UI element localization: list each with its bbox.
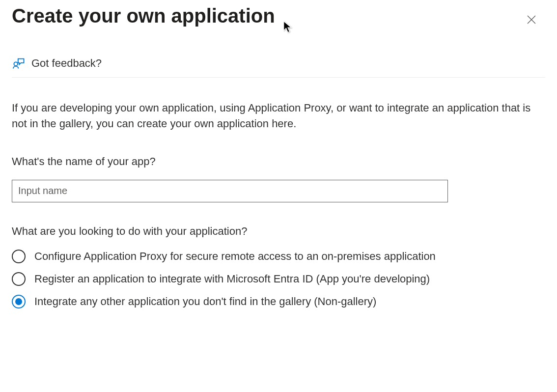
panel-header: Create your own application [12, 0, 545, 31]
description-text: If you are developing your own applicati… [12, 100, 545, 132]
radio-label: Configure Application Proxy for secure r… [34, 250, 436, 263]
radio-icon [12, 272, 26, 286]
feedback-icon [12, 56, 26, 70]
radio-option-proxy[interactable]: Configure Application Proxy for secure r… [12, 250, 545, 263]
close-button[interactable] [522, 10, 541, 31]
purpose-radio-group: Configure Application Proxy for secure r… [12, 250, 545, 308]
purpose-label: What are you looking to do with your app… [12, 225, 545, 238]
radio-icon [12, 250, 26, 263]
radio-option-non-gallery[interactable]: Integrate any other application you don'… [12, 295, 545, 308]
feedback-label: Got feedback? [31, 57, 102, 70]
close-icon [526, 20, 537, 27]
divider [12, 77, 545, 78]
radio-icon [12, 295, 26, 308]
svg-point-2 [14, 62, 17, 65]
radio-label: Integrate any other application you don'… [34, 295, 376, 308]
feedback-link[interactable]: Got feedback? [12, 56, 545, 70]
app-name-input[interactable] [12, 180, 448, 202]
app-name-label: What's the name of your app? [12, 155, 545, 168]
radio-option-register[interactable]: Register an application to integrate wit… [12, 272, 545, 286]
panel-title: Create your own application [12, 4, 275, 28]
radio-label: Register an application to integrate wit… [34, 273, 430, 285]
